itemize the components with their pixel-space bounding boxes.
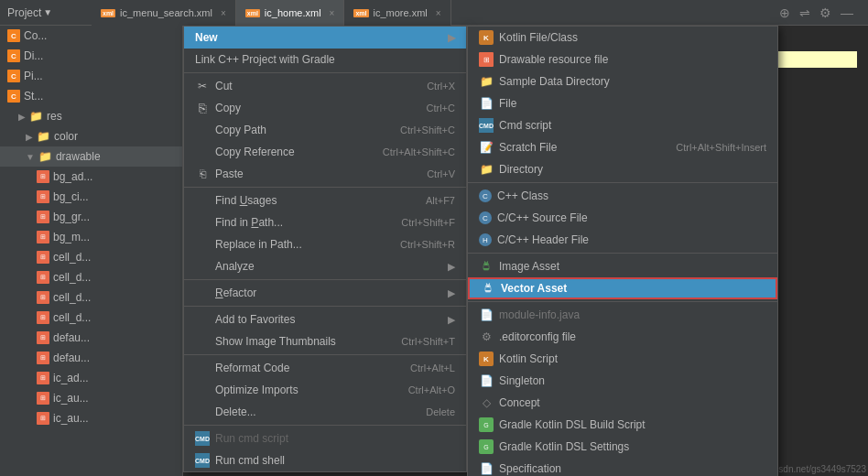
sidebar-item-ic-au2[interactable]: ⊞ ic_au... <box>0 408 182 428</box>
blank-icon <box>195 361 210 375</box>
sidebar-item-label: color <box>54 130 78 143</box>
menu-item-find-usages[interactable]: Find Usages Alt+F7 <box>184 189 466 211</box>
sidebar-item-color[interactable]: ▶ 📁 color <box>0 126 182 146</box>
sidebar-item-cell2[interactable]: ⊞ cell_d... <box>0 267 182 287</box>
menu-item-cpp-class[interactable]: C C++ Class <box>468 185 777 207</box>
folder-icon: 📁 <box>479 74 494 89</box>
triangle-icon: ▶ <box>26 132 33 142</box>
sidebar-item-label: cell_d... <box>53 251 91 264</box>
sidebar-item-cell1[interactable]: ⊞ cell_d... <box>0 247 182 267</box>
sidebar-item-di[interactable]: C Di... <box>0 46 182 66</box>
menu-item-gradle-kotlin-dsl[interactable]: G Gradle Kotlin DSL Build Script <box>468 414 777 436</box>
menu-item-copy-path[interactable]: Copy Path Ctrl+Shift+C <box>184 119 466 141</box>
android-icon <box>479 259 494 274</box>
menu-item-link-cpp[interactable]: Link C++ Project with Gradle <box>184 49 466 70</box>
menu-item-editorconfig[interactable]: ⚙ .editorconfig file <box>468 326 777 348</box>
sidebar-item-label: defau... <box>53 331 90 344</box>
menu-item-concept[interactable]: ◇ Concept <box>468 392 777 414</box>
menu-item-cut[interactable]: ✂ Cut Ctrl+X <box>184 75 466 97</box>
menu-item-copy[interactable]: ⎘ Copy Ctrl+C <box>184 97 466 119</box>
menu-item-singleton[interactable]: 📄 Singleton <box>468 370 777 392</box>
sidebar-item-bg-ad[interactable]: ⊞ bg_ad... <box>0 167 182 187</box>
menu-item-module-info[interactable]: 📄 module-info.java <box>468 304 777 326</box>
menu-item-scratch[interactable]: 📝 Scratch File Ctrl+Alt+Shift+Insert <box>468 136 777 158</box>
menu-item-vector-asset[interactable]: Vector Asset <box>468 277 777 299</box>
menu-item-drawable-res[interactable]: ⊞ Drawable resource file <box>468 49 777 70</box>
menu-item-kotlin-script[interactable]: K Kotlin Script <box>468 348 777 370</box>
menu-item-gradle-kotlin-dsl2[interactable]: G Gradle Kotlin DSL Settings <box>468 436 777 458</box>
menu-item-label: Sample Data Directory <box>499 75 610 88</box>
toolbar-icon-settings[interactable]: ⚙ <box>819 5 831 20</box>
tab-label: ic_home.xml <box>265 7 321 18</box>
menu-item-optimize[interactable]: Optimize Imports Ctrl+Alt+O <box>184 379 466 401</box>
img-icon: ⊞ <box>37 190 49 203</box>
menu-item-new[interactable]: New ▶ <box>184 27 466 49</box>
blank-icon <box>195 312 210 327</box>
toolbar-icon-minimize[interactable]: — <box>841 5 853 20</box>
menu-item-analyze[interactable]: Analyze ▶ <box>184 255 466 277</box>
sidebar-item-ic-ad[interactable]: ⊞ ic_ad... <box>0 368 182 388</box>
menu-item-show-thumbnails[interactable]: Show Image Thumbnails Ctrl+Shift+T <box>184 330 466 352</box>
menu-item-copy-ref[interactable]: Copy Reference Ctrl+Alt+Shift+C <box>184 141 466 163</box>
sidebar-item-defau1[interactable]: ⊞ defau... <box>0 328 182 348</box>
sidebar-item-label: cell_d... <box>53 311 91 324</box>
menu-item-delete[interactable]: Delete... Delete <box>184 401 466 423</box>
tab-close-icon[interactable]: × <box>221 8 226 18</box>
menu-item-reformat[interactable]: Reformat Code Ctrl+Alt+L <box>184 357 466 379</box>
menu-item-sample-data[interactable]: 📁 Sample Data Directory <box>468 70 777 92</box>
sidebar-item-bg-ci[interactable]: ⊞ bg_ci... <box>0 187 182 207</box>
title-chevron[interactable]: ▼ <box>43 7 52 17</box>
sidebar-item-res[interactable]: ▶ 📁 res <box>0 106 182 126</box>
project-label[interactable]: Project <box>7 6 41 19</box>
shortcut-label: Ctrl+Alt+Shift+C <box>383 146 455 157</box>
tab-close-icon[interactable]: × <box>330 8 335 18</box>
menu-item-replace-path[interactable]: Replace in Path... Ctrl+Shift+R <box>184 233 466 255</box>
shortcut-label: Ctrl+V <box>427 168 455 179</box>
menu-item-label: Show Image Thumbnails <box>215 335 336 348</box>
sidebar-item-defau2[interactable]: ⊞ defau... <box>0 348 182 368</box>
menu-item-specification[interactable]: 📄 Specification <box>468 458 777 476</box>
menu-item-cmd-script[interactable]: CMD Cmd script <box>468 114 777 136</box>
menu-item-find-path[interactable]: Find in Path... Ctrl+Shift+F <box>184 211 466 233</box>
tab-ic_menu_search.xml[interactable]: xmlic_menu_search.xml× <box>92 0 236 26</box>
menu-item-add-fav[interactable]: Add to Favorites ▶ <box>184 308 466 330</box>
separator <box>184 72 466 73</box>
menu-item-file[interactable]: 📄 File <box>468 92 777 114</box>
toolbar-icon-add[interactable]: ⊕ <box>779 5 790 20</box>
sidebar-item-st[interactable]: C St... <box>0 86 182 106</box>
menu-item-cpp-source[interactable]: C C/C++ Source File <box>468 207 777 229</box>
sidebar-item-cell3[interactable]: ⊞ cell_d... <box>0 287 182 308</box>
sidebar-item-bg-gr[interactable]: ⊞ bg_gr... <box>0 207 182 227</box>
sidebar-item-cell4[interactable]: ⊞ cell_d... <box>0 308 182 328</box>
menu-item-run-cmd[interactable]: CMD Run cmd script <box>184 427 466 449</box>
sidebar-item-bg-m[interactable]: ⊞ bg_m... <box>0 227 182 247</box>
separator <box>184 425 466 426</box>
shortcut-label: Ctrl+Alt+Shift+Insert <box>676 142 766 153</box>
menu-item-directory[interactable]: 📁 Directory <box>468 158 777 180</box>
concept-icon: ◇ <box>479 395 494 410</box>
img-icon: ⊞ <box>37 392 49 405</box>
img-icon: ⊞ <box>37 170 49 183</box>
menu-item-paste[interactable]: ⎗ Paste Ctrl+V <box>184 163 466 185</box>
tab-close-icon[interactable]: × <box>436 8 441 18</box>
c-icon: C <box>7 90 20 103</box>
menu-item-label: C/C++ Source File <box>497 211 588 224</box>
sidebar-item-co[interactable]: C Co... <box>0 26 182 46</box>
separator <box>468 182 777 183</box>
menu-item-run-shell[interactable]: CMD Run cmd shell <box>184 449 466 471</box>
tab-ic_home.xml[interactable]: xmlic_home.xml× <box>236 0 345 26</box>
tab-ic_more.xml[interactable]: xmlic_more.xml× <box>344 0 450 26</box>
folder-icon: 📁 <box>29 110 43 123</box>
menu-item-kotlin-class[interactable]: K Kotlin File/Class <box>468 27 777 49</box>
menu-item-refactor[interactable]: Refactor ▶ <box>184 282 466 304</box>
sidebar-item-pi[interactable]: C Pi... <box>0 66 182 86</box>
sidebar-item-drawable[interactable]: ▼ 📁 drawable <box>0 146 182 167</box>
tab-label: ic_menu_search.xml <box>120 7 212 18</box>
img-icon: ⊞ <box>37 412 49 425</box>
toolbar-icon-sync[interactable]: ⇌ <box>799 5 810 20</box>
menu-item-image-asset[interactable]: Image Asset <box>468 255 777 277</box>
menu-item-cpp-header[interactable]: H C/C++ Header File <box>468 229 777 251</box>
sidebar-item-label: cell_d... <box>53 291 91 304</box>
gradle-icon: G <box>479 417 494 432</box>
sidebar-item-ic-au1[interactable]: ⊞ ic_au... <box>0 388 182 408</box>
